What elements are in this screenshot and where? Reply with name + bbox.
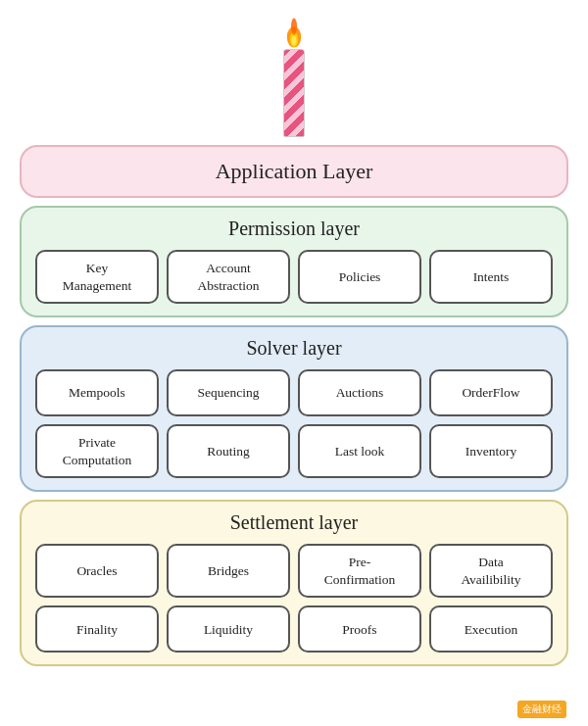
list-item: Inventory — [429, 424, 553, 478]
solver-layer-title: Solver layer — [246, 337, 341, 360]
list-item: Oracles — [35, 544, 159, 598]
permission-layer-items: KeyManagement AccountAbstraction Policie… — [35, 250, 553, 304]
candle-decoration — [282, 14, 306, 137]
permission-layer: Permission layer KeyManagement AccountAb… — [20, 206, 568, 317]
list-item: Intents — [429, 250, 553, 304]
list-item: Proofs — [298, 605, 421, 653]
candle-body-icon — [283, 49, 305, 137]
list-item: Mempools — [35, 369, 159, 416]
watermark: 金融财经 — [517, 701, 566, 718]
list-item: Execution — [429, 605, 553, 653]
list-item: Liquidity — [167, 605, 290, 653]
candle-flame-icon — [282, 14, 306, 51]
list-item: Routing — [167, 424, 290, 478]
solver-layer-items: Mempools Sequencing Auctions OrderFlow P… — [35, 369, 553, 478]
list-item: DataAvailibility — [429, 544, 553, 598]
settlement-layer-items: Oracles Bridges Pre-Confirmation DataAva… — [35, 544, 553, 653]
list-item: OrderFlow — [429, 369, 553, 416]
list-item: Pre-Confirmation — [298, 544, 421, 598]
list-item: Bridges — [167, 544, 290, 598]
page: Application Layer Permission layer KeyMa… — [0, 0, 588, 726]
solver-layer: Solver layer Mempools Sequencing Auction… — [20, 325, 568, 492]
svg-point-3 — [292, 36, 297, 46]
application-layer: Application Layer — [20, 145, 568, 198]
list-item: AccountAbstraction — [167, 250, 290, 304]
list-item: Sequencing — [167, 369, 290, 416]
permission-layer-title: Permission layer — [228, 218, 360, 240]
settlement-layer-title: Settlement layer — [230, 511, 359, 534]
list-item: KeyManagement — [35, 250, 159, 304]
list-item: Finality — [35, 605, 159, 653]
list-item: Last look — [298, 424, 421, 478]
list-item: PrivateComputation — [35, 424, 159, 478]
application-layer-title: Application Layer — [216, 159, 373, 184]
settlement-layer: Settlement layer Oracles Bridges Pre-Con… — [20, 500, 568, 666]
list-item: Auctions — [298, 369, 421, 416]
list-item: Policies — [298, 250, 421, 304]
svg-point-2 — [291, 19, 297, 35]
